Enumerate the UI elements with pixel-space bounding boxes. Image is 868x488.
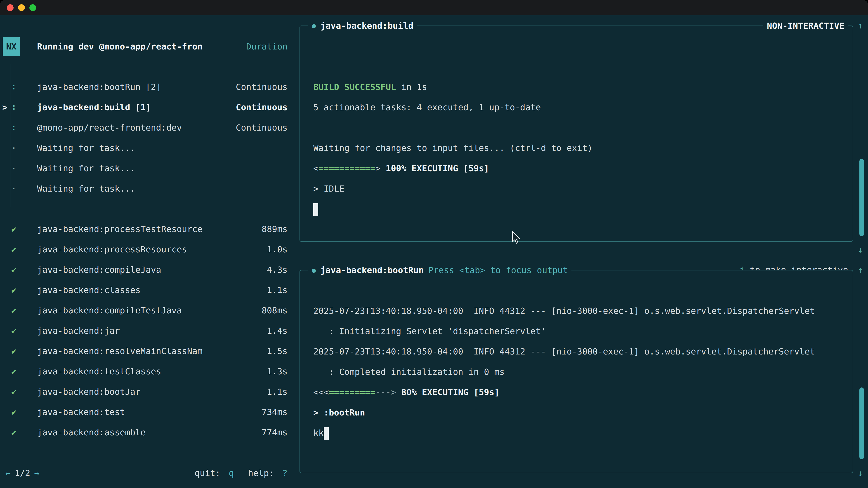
build-pane-title-group: ● java-backend:build [308,21,417,31]
task-row[interactable]: >∶java-backend:build [1]Continuous [0,97,298,118]
pagination: ← 1/2 → [5,468,39,478]
terminal-line: 2025-07-23T13:40:18.950-04:00 INFO 44312… [313,341,852,362]
task-status-icon: · [10,163,37,173]
task-row[interactable]: ✔java-backend:processTestResource889ms [0,219,298,239]
terminal-text: > [375,163,381,173]
task-label: Waiting for task... [37,163,135,173]
scroll-up-icon[interactable]: ↑ [854,260,867,280]
titlebar [0,0,868,15]
task-status-icon: ✔ [10,224,37,234]
task-row[interactable]: ✔java-backend:compileTestJava808ms [0,300,298,321]
task-duration: 1.3s [267,366,287,377]
task-row[interactable]: ✔java-backend:testClasses1.3s [0,361,298,382]
terminal-line: BUILD SUCCESSFUL in 1s [313,77,852,97]
task-row[interactable]: ∶@mono-app/react-frontend:devContinuous [0,118,298,138]
task-label: java-backend:compileJava [37,265,161,275]
terminal-text: 5 actionable tasks: 4 executed, 1 up-to-… [313,102,541,112]
task-row[interactable]: ✔java-backend:resolveMainClassNam1.5s [0,341,298,361]
sidebar-header: NX Running dev @mono-app/react-fron Dura… [0,36,298,57]
terminal-text: > IDLE [313,184,344,194]
task-status-icon: ✔ [10,245,37,254]
scroll-up-icon[interactable]: ↑ [854,15,867,36]
terminal-line [313,199,852,219]
task-duration: Continuous [236,102,287,112]
task-row[interactable]: ✔java-backend:processResources1.0s [0,239,298,260]
scroll-down-icon[interactable]: ↓ [854,239,867,260]
task-row[interactable]: ·Waiting for task... [0,138,298,158]
task-duration: 1.4s [267,326,287,336]
terminal-line: 2025-07-23T13:40:18.950-04:00 INFO 44312… [313,301,852,321]
task-row[interactable]: ✔java-backend:compileJava4.3s [0,260,298,280]
task-duration: 1.5s [267,346,287,356]
task-row[interactable]: ✔java-backend:bootJar1.1s [0,382,298,402]
task-status-icon: ✔ [10,407,37,417]
task-duration: Continuous [236,123,287,133]
terminal-line: 5 actionable tasks: 4 executed, 1 up-to-… [313,97,852,118]
text-cursor-block [324,427,329,440]
terminal-text: 2025-07-23T13:40:18.950-04:00 INFO 44312… [313,306,815,316]
zoom-button[interactable] [29,4,36,11]
task-row[interactable]: ✔java-backend:test734ms [0,402,298,422]
task-label: java-backend:processTestResource [37,224,203,234]
terminal-text: ---> [375,387,396,397]
task-duration: 4.3s [267,265,287,275]
task-status-icon: ✔ [10,285,37,295]
build-pane-title: java-backend:build [320,21,413,31]
key-hints: quit: q help: ? [191,468,287,478]
scroll-down-icon[interactable]: ↓ [854,463,867,483]
task-label: Waiting for task... [37,184,135,194]
bootrun-pane-title: java-backend:bootRun [320,265,424,275]
bootrun-pane-title-group: ● java-backend:bootRun Press <tab> to fo… [308,265,571,275]
bootrun-scrollbar-thumb[interactable] [860,387,864,459]
task-status-icon: ✔ [10,346,37,356]
bootrun-pane-header: ● java-backend:bootRun Press <tab> to fo… [308,265,848,275]
task-label: java-backend:classes [37,285,141,295]
task-label: java-backend:assemble [37,427,146,437]
duration-column-header: Duration [246,41,287,52]
next-page-arrow[interactable]: → [34,468,39,478]
task-row[interactable]: ✔java-backend:assemble774ms [0,422,298,443]
close-button[interactable] [7,4,13,11]
terminal-text: Waiting for changes to input files... (c… [313,143,592,153]
build-output-pane[interactable]: ● java-backend:build NON-INTERACTIVE BUI… [300,26,853,242]
task-duration: 808ms [262,305,287,315]
nx-logo: NX [3,37,20,56]
task-status-icon: ✔ [10,366,37,377]
terminal-text: =========== [318,163,375,173]
terminal-line: <===========> 100% EXECUTING [59s] [313,158,852,178]
task-row[interactable]: ·Waiting for task... [0,158,298,178]
task-duration: 734ms [262,407,287,417]
minimize-button[interactable] [18,4,25,11]
build-scrollbar-thumb[interactable] [860,159,864,236]
task-status-icon: ✔ [10,387,37,397]
terminal-text: > :bootRun [313,408,365,418]
terminal-line: > :bootRun [313,402,852,423]
terminal-text: BUILD SUCCESSFUL [313,82,396,92]
task-duration: 1.0s [267,245,287,254]
sidebar-footer: ← 1/2 → quit: q help: ? [0,463,298,483]
prev-page-arrow[interactable]: ← [5,468,11,478]
task-label: java-backend:bootRun [2] [37,82,161,92]
task-label: Waiting for task... [37,143,135,153]
task-status-icon: ✔ [10,265,37,275]
task-row[interactable]: ✔java-backend:classes1.1s [0,280,298,300]
terminal-text: : Completed initialization in 0 ms [313,367,504,377]
non-interactive-badge: NON-INTERACTIVE [763,21,848,31]
completed-task-list: ✔java-backend:processTestResource889ms✔j… [0,219,298,443]
task-row[interactable]: ∶java-backend:bootRun [2]Continuous [0,77,298,97]
terminal-text: < [313,163,318,173]
task-row[interactable]: ·Waiting for task... [0,178,298,199]
task-status-icon: ∶ [10,82,37,92]
task-status-icon: ✔ [10,326,37,336]
quit-key: q [229,468,234,478]
task-bullet-icon: ● [312,265,316,275]
focus-output-hint: Press <tab> to focus output [428,265,568,275]
task-label: java-backend:test [37,407,125,417]
task-row[interactable]: ✔java-backend:jar1.4s [0,321,298,341]
terminal-text: 100% EXECUTING [59s] [380,163,489,173]
bootrun-output-pane[interactable]: ● java-backend:bootRun Press <tab> to fo… [300,270,853,473]
terminal-line [313,118,852,138]
terminal-text: ========= [329,387,375,397]
running-task-list: ∶java-backend:bootRun [2]Continuous>∶jav… [0,77,298,199]
terminal-line: : Completed initialization in 0 ms [313,362,852,382]
